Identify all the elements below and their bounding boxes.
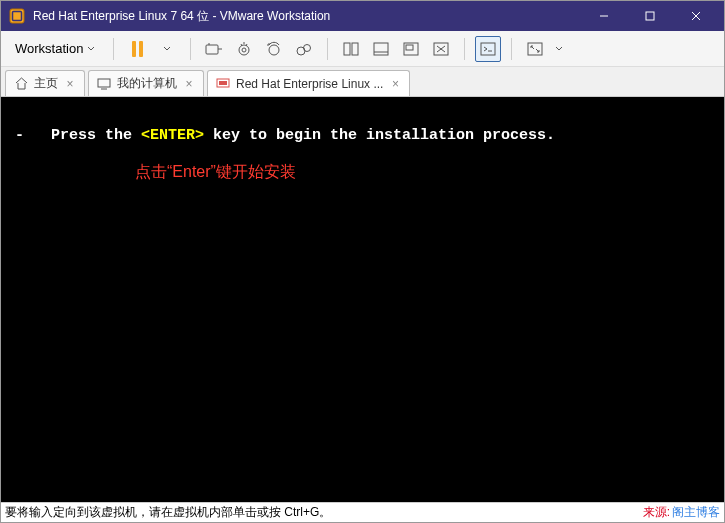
vmware-app-icon bbox=[9, 8, 25, 24]
snapshot-manager-button[interactable] bbox=[291, 36, 317, 62]
toolbar-separator bbox=[511, 38, 512, 60]
close-icon[interactable]: × bbox=[64, 78, 76, 90]
svg-point-7 bbox=[239, 45, 249, 55]
power-dropdown[interactable] bbox=[154, 36, 180, 62]
monitor-icon bbox=[97, 77, 111, 91]
svg-rect-21 bbox=[98, 79, 110, 87]
toolbar-separator bbox=[113, 38, 114, 60]
status-text: 要将输入定向到该虚拟机，请在虚拟机内部单击或按 Ctrl+G。 bbox=[5, 504, 643, 521]
svg-rect-17 bbox=[406, 45, 413, 50]
toolbar-separator bbox=[190, 38, 191, 60]
home-icon bbox=[14, 77, 28, 91]
toolbar: Workstation bbox=[1, 31, 724, 67]
watermark-blog: 阁主博客 bbox=[672, 504, 720, 521]
status-bar: 要将输入定向到该虚拟机，请在虚拟机内部单击或按 Ctrl+G。 来源: 阁主博客 bbox=[1, 502, 724, 522]
console-icon bbox=[480, 42, 496, 56]
view-thumb-icon bbox=[403, 42, 419, 56]
fullscreen-view-button[interactable] bbox=[338, 36, 364, 62]
send-cad-icon bbox=[205, 41, 223, 57]
revert-snapshot-button[interactable] bbox=[261, 36, 287, 62]
revert-icon bbox=[266, 41, 282, 57]
view-stretch-icon bbox=[433, 42, 449, 56]
view-unity-icon bbox=[373, 42, 389, 56]
close-icon[interactable]: × bbox=[183, 78, 195, 90]
tab-home[interactable]: 主页 × bbox=[5, 70, 85, 96]
svg-rect-14 bbox=[374, 43, 388, 55]
snapshot-button[interactable] bbox=[231, 36, 257, 62]
pause-button[interactable] bbox=[124, 36, 150, 62]
chevron-down-icon bbox=[87, 46, 95, 51]
workstation-menu[interactable]: Workstation bbox=[7, 37, 103, 60]
window-title: Red Hat Enterprise Linux 7 64 位 - VMware… bbox=[33, 8, 582, 25]
maximize-button[interactable] bbox=[628, 2, 672, 30]
fit-icon bbox=[527, 42, 543, 56]
svg-rect-13 bbox=[352, 43, 358, 55]
close-button[interactable] bbox=[674, 2, 718, 30]
toolbar-separator bbox=[327, 38, 328, 60]
chevron-down-icon bbox=[555, 46, 563, 51]
tab-vm-label: Red Hat Enterprise Linux ... bbox=[236, 77, 383, 91]
view-single-icon bbox=[343, 42, 359, 56]
watermark: 来源: 阁主博客 bbox=[643, 504, 720, 521]
vm-icon bbox=[216, 77, 230, 91]
svg-rect-3 bbox=[646, 12, 654, 20]
tab-bar: 主页 × 我的计算机 × Red Hat Enterprise Linux ..… bbox=[1, 67, 724, 97]
pause-icon bbox=[132, 41, 143, 57]
titlebar: Red Hat Enterprise Linux 7 64 位 - VMware… bbox=[1, 1, 724, 31]
chevron-down-icon bbox=[163, 46, 171, 51]
tab-vm-rhel[interactable]: Red Hat Enterprise Linux ... × bbox=[207, 70, 410, 96]
svg-rect-12 bbox=[344, 43, 350, 55]
watermark-source: 来源: bbox=[643, 504, 670, 521]
installer-prompt-line: - Press the <ENTER> key to begin the ins… bbox=[15, 127, 710, 144]
fit-guest-button[interactable] bbox=[522, 36, 548, 62]
close-icon[interactable]: × bbox=[389, 78, 401, 90]
prompt-suffix: key to begin the installation process. bbox=[204, 127, 555, 144]
toolbar-separator bbox=[464, 38, 465, 60]
snapshot-manager-icon bbox=[296, 41, 312, 57]
stretch-view-button[interactable] bbox=[428, 36, 454, 62]
enter-key-highlight: <ENTER> bbox=[141, 127, 204, 144]
vm-console[interactable]: - Press the <ENTER> key to begin the ins… bbox=[1, 97, 724, 502]
tab-my-computer-label: 我的计算机 bbox=[117, 75, 177, 92]
workstation-menu-label: Workstation bbox=[15, 41, 83, 56]
thumbnail-view-button[interactable] bbox=[398, 36, 424, 62]
svg-rect-19 bbox=[481, 43, 495, 55]
send-ctrl-alt-del-button[interactable] bbox=[201, 36, 227, 62]
unity-view-button[interactable] bbox=[368, 36, 394, 62]
snapshot-icon bbox=[236, 41, 252, 57]
svg-rect-20 bbox=[528, 43, 542, 55]
svg-point-8 bbox=[242, 48, 246, 52]
svg-rect-24 bbox=[219, 81, 227, 85]
fit-dropdown[interactable] bbox=[552, 36, 566, 62]
svg-rect-6 bbox=[206, 45, 218, 54]
console-view-button[interactable] bbox=[475, 36, 501, 62]
tab-my-computer[interactable]: 我的计算机 × bbox=[88, 70, 204, 96]
svg-point-9 bbox=[269, 45, 279, 55]
prompt-prefix: - Press the bbox=[15, 127, 141, 144]
minimize-button[interactable] bbox=[582, 2, 626, 30]
window-controls bbox=[582, 2, 718, 30]
tab-home-label: 主页 bbox=[34, 75, 58, 92]
svg-point-11 bbox=[304, 44, 311, 51]
annotation-text: 点击“Enter”键开始安装 bbox=[135, 162, 710, 183]
